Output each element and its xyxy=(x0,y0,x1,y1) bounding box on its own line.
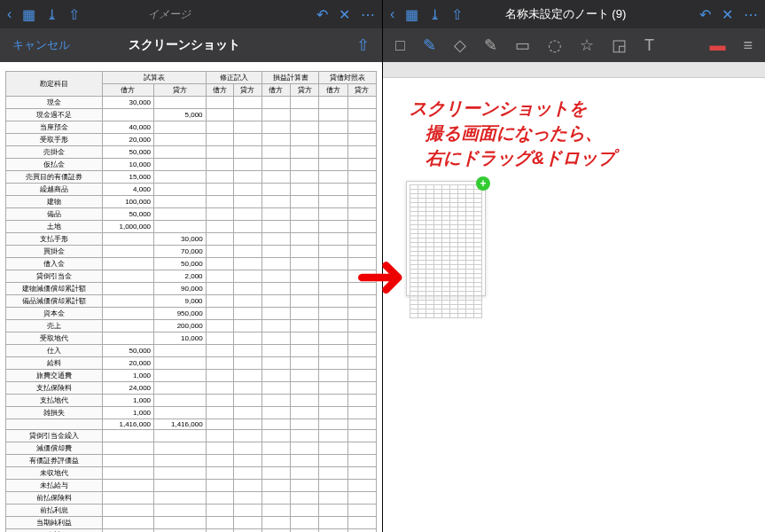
annotation-line: スクリーンショットを xyxy=(410,96,747,121)
more-icon[interactable]: ⋯ xyxy=(744,6,758,23)
trial-balance-table: 勘定科目試算表修正記入損益計算書貸借対照表借方貸方借方貸方借方貸方借方貸方 現金… xyxy=(5,71,377,532)
share-icon[interactable]: ⇧ xyxy=(68,6,80,23)
cancel-button[interactable]: キャンセル xyxy=(12,37,70,53)
grid-icon[interactable]: ▦ xyxy=(405,6,418,23)
new-icon[interactable]: ⤓ xyxy=(429,6,441,23)
tool-settings-icon[interactable]: ≡ xyxy=(743,36,753,55)
tool-style-icon[interactable]: ▬ xyxy=(709,36,725,55)
back-icon[interactable]: ‹ xyxy=(7,6,12,22)
left-content: 勘定科目試算表修正記入損益計算書貸借対照表借方貸方借方貸方借方貸方借方貸方 現金… xyxy=(0,62,382,532)
right-toolbar: ‹ ▦ ⤓ ⇧ 名称未設定のノート (9) ↶ ✕ ⋯ xyxy=(383,0,765,28)
tool-text-icon[interactable]: T xyxy=(644,36,654,55)
tool-eraser-icon[interactable]: ◇ xyxy=(454,35,466,55)
new-icon[interactable]: ⤓ xyxy=(46,6,58,23)
ruler xyxy=(383,62,765,78)
annotation-line: 右にドラッグ&ドロップ xyxy=(410,145,747,170)
right-panel: ‹ ▦ ⤓ ⇧ 名称未設定のノート (9) ↶ ✕ ⋯ □ ✎ ◇ ✎ ▭ ◌ … xyxy=(383,0,765,532)
left-subbar: キャンセル スクリーンショット ⇧ xyxy=(0,28,382,62)
grid-icon[interactable]: ▦ xyxy=(22,6,35,23)
undo-icon[interactable]: ↶ xyxy=(699,6,711,23)
tool-image-icon[interactable]: ◲ xyxy=(612,35,627,55)
right-content[interactable]: スクリーンショットを 撮る画面になったら、 右にドラッグ&ドロップ xyxy=(383,78,765,532)
tool-lasso-icon[interactable]: ◌ xyxy=(548,35,562,55)
close-icon[interactable]: ✕ xyxy=(339,6,350,23)
undo-icon[interactable]: ↶ xyxy=(316,6,328,23)
left-title: イメージ xyxy=(148,7,191,22)
right-title: 名称未設定のノート (9) xyxy=(505,6,627,22)
annotation-line: 撮る画面になったら、 xyxy=(410,121,747,145)
annotation-text: スクリーンショットを 撮る画面になったら、 右にドラッグ&ドロップ xyxy=(401,96,747,170)
tool-bar: □ ✎ ◇ ✎ ▭ ◌ ☆ ◲ T ▬ ≡ xyxy=(383,28,765,62)
close-icon[interactable]: ✕ xyxy=(722,6,733,23)
tool-pen-icon[interactable]: ✎ xyxy=(423,35,436,55)
share-icon[interactable]: ⇧ xyxy=(451,6,463,23)
tool-shape-icon[interactable]: ▭ xyxy=(515,35,530,55)
tool-highlighter-icon[interactable]: ✎ xyxy=(484,35,497,55)
tool-star-icon[interactable]: ☆ xyxy=(580,35,594,55)
export-icon[interactable]: ⇧ xyxy=(356,35,370,55)
left-subtitle: スクリーンショット xyxy=(129,37,240,53)
left-panel: ‹ ▦ ⤓ ⇧ イメージ ↶ ✕ ⋯ キャンセル スクリーンショット ⇧ 勘定科… xyxy=(0,0,383,532)
dragged-thumbnail[interactable] xyxy=(406,181,486,296)
back-icon[interactable]: ‹ xyxy=(390,6,394,22)
more-icon[interactable]: ⋯ xyxy=(361,6,375,23)
tool-cursor-icon[interactable]: □ xyxy=(395,36,405,55)
spreadsheet: 勘定科目試算表修正記入損益計算書貸借対照表借方貸方借方貸方借方貸方借方貸方 現金… xyxy=(0,62,382,532)
left-toolbar: ‹ ▦ ⤓ ⇧ イメージ ↶ ✕ ⋯ xyxy=(0,0,382,28)
